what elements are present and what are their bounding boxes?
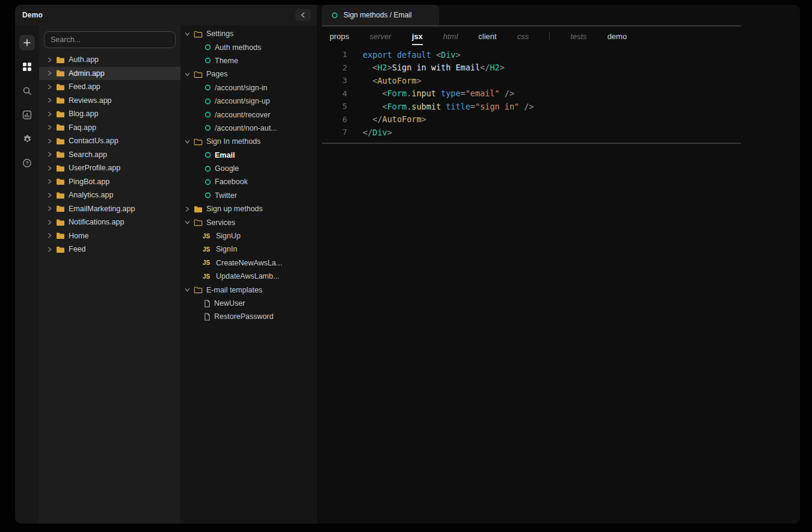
component-tree-item-label: Pages (206, 70, 227, 78)
component-icon (205, 98, 211, 105)
editor-subtab-client[interactable]: client (478, 28, 496, 45)
component-tree-item[interactable]: Google (180, 162, 317, 175)
app-tree-item-label: UserProfile.app (69, 164, 120, 172)
search-icon (22, 86, 32, 96)
app-tree-item[interactable]: EmailMarketing.app (39, 202, 180, 216)
editor-subtab-demo[interactable]: demo (607, 28, 627, 45)
apps-panel: Auth.appAdmin.appFeed.appReviews.appBlog… (39, 25, 180, 524)
file-icon (204, 313, 211, 321)
component-tree-item[interactable]: Auth methods (180, 40, 317, 54)
component-tree-item[interactable]: Twitter (180, 189, 317, 202)
component-tree-item[interactable]: JSSignIn (180, 243, 317, 256)
component-tree-item[interactable]: JSCreateNewAwsLa... (180, 256, 317, 270)
subtab-divider (549, 32, 550, 40)
chevron-down-icon (185, 220, 190, 225)
app-tree-item-label: PingBot.app (69, 178, 109, 186)
app-tree-item[interactable]: Auth.app (39, 53, 180, 67)
component-tree-item[interactable]: NewUser (180, 297, 317, 310)
app-tree-item[interactable]: Analytics.app (39, 188, 180, 202)
app-tree-item-label: Home (69, 232, 88, 240)
app-tree-item-label: Admin.app (69, 69, 105, 78)
app-tree-item[interactable]: Feed.app (39, 80, 180, 94)
app-tree-item-label: EmailMarketing.app (69, 205, 135, 213)
app-tree-item[interactable]: Notifications.app (39, 215, 180, 229)
app-tree-item[interactable]: Blog.app (39, 107, 180, 121)
component-tree-item-label: Google (215, 164, 239, 173)
component-tree-item[interactable]: /account/recover (180, 108, 317, 121)
svg-text:?: ? (25, 160, 28, 166)
chevron-right-icon (47, 152, 52, 157)
component-tree-item[interactable]: JSSignUp (180, 229, 317, 243)
component-tree-item-label: Settings (206, 29, 233, 38)
app-tree-item-label: Notifications.app (69, 218, 124, 226)
chevron-down-icon (185, 287, 190, 292)
editor-subtab-tests[interactable]: tests (570, 28, 586, 45)
component-tree-item[interactable]: Services (180, 215, 317, 229)
settings-button[interactable] (19, 131, 35, 147)
app-tree-item[interactable]: Search.app (39, 148, 180, 162)
code-text: export default <Div> (363, 50, 461, 60)
editor-subtab-jsx[interactable]: jsx (412, 28, 423, 45)
code-text: <Form.submit title="sign in" /> (363, 102, 534, 111)
app-tree: Auth.appAdmin.appFeed.appReviews.appBlog… (39, 53, 180, 524)
help-button[interactable]: ? (19, 155, 35, 171)
app-tree-item[interactable]: UserProfile.app (39, 161, 180, 175)
app-tree-item[interactable]: Faq.app (39, 121, 180, 135)
component-icon (205, 44, 211, 51)
folder-icon (56, 164, 65, 172)
code-editor[interactable]: 1export default <Div>2 <H2>Sign in with … (317, 46, 800, 143)
editor-subtab-server[interactable]: server (370, 28, 392, 45)
component-tree-item[interactable]: Theme (180, 54, 317, 67)
component-tree-item[interactable]: Settings (180, 27, 317, 40)
apps-view-button[interactable] (19, 59, 35, 75)
chevron-right-icon (47, 57, 52, 63)
app-tree-item[interactable]: PingBot.app (39, 175, 180, 189)
chevron-right-icon (47, 138, 52, 144)
app-tree-item[interactable]: Feed (39, 243, 180, 256)
component-tree-item[interactable]: /account/non-aut... (180, 122, 317, 135)
component-tree-item-label: NewUser (214, 299, 245, 308)
editor-subtab-css[interactable]: css (517, 28, 529, 45)
chevron-right-icon (47, 97, 52, 103)
component-tree-item[interactable]: Facebook (180, 175, 317, 188)
folder-icon (56, 191, 65, 199)
component-tree-item[interactable]: Pages (180, 67, 317, 81)
editor-subtab-props[interactable]: props (330, 28, 349, 45)
line-number: 1 (317, 50, 347, 59)
app-tree-item[interactable]: Reviews.app (39, 94, 180, 108)
component-icon (205, 152, 211, 158)
analytics-view-button[interactable] (19, 107, 35, 123)
search-view-button[interactable] (19, 83, 35, 99)
app-tree-item-label: Blog.app (69, 110, 98, 118)
app-tree-item[interactable]: ContactUs.app (39, 134, 180, 148)
add-app-button[interactable] (19, 35, 35, 51)
component-tree-item-label: Sign up methods (206, 205, 263, 213)
component-tree-item[interactable]: Sign In methods (180, 135, 317, 148)
collapse-panel-button[interactable] (295, 9, 311, 21)
search-input[interactable] (44, 31, 176, 48)
app-tree-item[interactable]: Home (39, 229, 180, 243)
chevron-down-icon (185, 72, 190, 77)
app-tree-item[interactable]: Admin.app (39, 67, 180, 81)
component-tree-item[interactable]: /account/sign-up (180, 94, 317, 108)
app-window: Demo ? Auth.appAdmin.appFeed.appReviews.… (15, 5, 800, 524)
component-tree-item[interactable]: /account/sign-in (180, 81, 317, 94)
component-tree-item-label: Sign In methods (206, 137, 260, 146)
folder-icon (56, 150, 65, 158)
left-panel-header: Demo (15, 5, 317, 25)
component-tree-item[interactable]: Email (180, 149, 317, 162)
app-tree-item-label: Search.app (69, 150, 107, 159)
component-tree-item[interactable]: JSUpdateAwsLamb... (180, 270, 317, 283)
folder-icon (56, 137, 65, 145)
editor-tab[interactable]: Sign methods / Email (322, 5, 439, 25)
chevron-right-icon (47, 165, 52, 171)
icon-rail: ? (15, 25, 39, 524)
editor-header: Sign methods / Email (317, 5, 800, 25)
component-tree-item[interactable]: RestorePassword (180, 310, 317, 323)
editor-subtab-html[interactable]: html (443, 28, 458, 45)
gear-icon (22, 134, 32, 144)
folder-open-icon (194, 70, 203, 78)
component-tree-item[interactable]: Sign up methods (180, 202, 317, 215)
folder-icon (194, 205, 203, 213)
component-tree-item[interactable]: E-mail templates (180, 283, 317, 296)
